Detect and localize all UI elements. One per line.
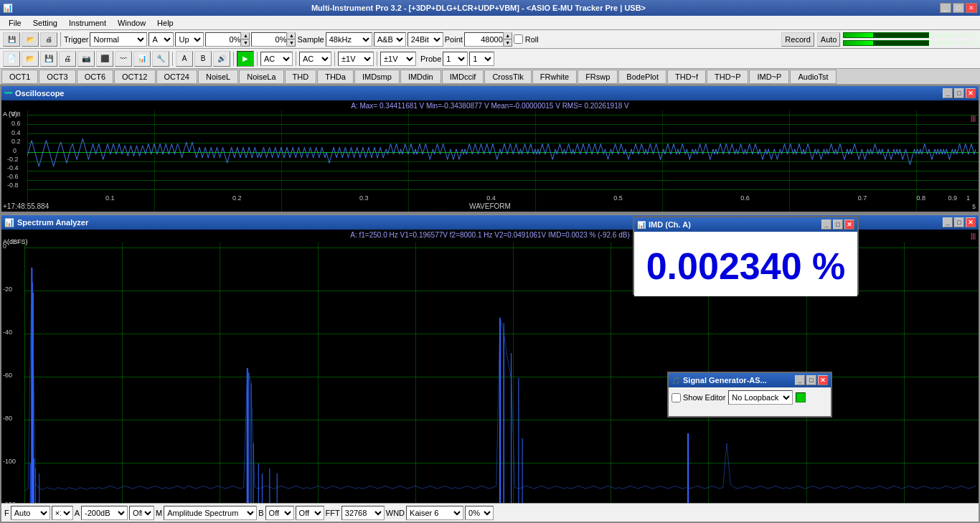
tab-imdsmp[interactable]: IMDsmp — [354, 70, 400, 84]
imd-close[interactable]: ✕ — [844, 220, 854, 230]
ch-b-btn[interactable]: B — [194, 51, 212, 67]
play-btn[interactable]: ▶ — [237, 51, 254, 67]
sample-rate-select[interactable]: 48kHz 44.1kHz 96kHz — [326, 32, 372, 47]
tab-oct12[interactable]: OCT12 — [114, 70, 155, 84]
close-button[interactable]: ✕ — [966, 3, 977, 13]
tab-bodeplot[interactable]: BodePlot — [618, 70, 666, 84]
wnd-select[interactable]: Kaiser 6 — [406, 506, 463, 520]
maximize-button[interactable]: □ — [953, 3, 964, 13]
tab-imdccif[interactable]: IMDccif — [442, 70, 484, 84]
wave-btn[interactable]: 〰 — [115, 51, 132, 67]
osc-minimize[interactable]: _ — [943, 88, 953, 98]
siggen-maximize[interactable]: □ — [806, 375, 816, 385]
imd-minimize[interactable]: _ — [821, 220, 831, 230]
tab-noisel[interactable]: NoiseL — [198, 70, 238, 84]
channel-select[interactable]: A B — [149, 32, 174, 47]
tab-imdp[interactable]: IMD~P — [749, 70, 789, 84]
new-btn[interactable]: 📄 — [3, 51, 20, 67]
off1-select[interactable]: Off — [129, 506, 154, 520]
tab-oct1[interactable]: OCT1 — [1, 70, 38, 84]
level-down[interactable]: ▼ — [241, 39, 250, 47]
auto-button[interactable]: Auto — [817, 32, 841, 47]
tab-thd[interactable]: THD — [285, 70, 317, 84]
spectrum-maximize[interactable]: □ — [954, 217, 964, 227]
probe-select1[interactable]: 110 — [443, 52, 468, 66]
tab-frswp[interactable]: FRswp — [578, 70, 618, 84]
level2-down[interactable]: ▼ — [287, 39, 296, 47]
bit-select[interactable]: 24Bit 16Bit — [407, 32, 443, 47]
ac-dc-select2[interactable]: ACDC — [299, 52, 331, 66]
level-up[interactable]: ▲ — [241, 32, 250, 39]
spectrum-minimize[interactable]: _ — [943, 217, 953, 227]
osc-y-n06: -0.6 — [7, 173, 19, 180]
tab-thdtp[interactable]: THD~P — [707, 70, 748, 84]
menu-help[interactable]: Help — [151, 17, 179, 29]
tab-thda[interactable]: THDa — [317, 70, 354, 84]
imd-maximize[interactable]: □ — [833, 220, 843, 230]
probe-select2[interactable]: 110 — [469, 52, 494, 66]
print-btn[interactable]: 🖨 — [59, 51, 76, 67]
m-select[interactable]: Amplitude Spectrum — [164, 506, 257, 520]
f-label: F — [4, 509, 9, 517]
point-down[interactable]: ▼ — [504, 39, 512, 47]
osc-maximize[interactable]: □ — [954, 88, 964, 98]
tools-btn[interactable]: 🔧 — [152, 51, 169, 67]
show-editor-checkbox-label[interactable]: Show Editor — [672, 393, 725, 402]
level2-spinbox: ▲ ▼ — [251, 32, 296, 47]
trigger-label: Trigger — [64, 35, 88, 44]
tab-noisela[interactable]: NoiseLa — [239, 70, 283, 84]
menu-instrument[interactable]: Instrument — [63, 17, 112, 29]
menu-setting[interactable]: Setting — [27, 17, 63, 29]
speaker-btn[interactable]: 🔊 — [213, 51, 230, 67]
show-editor-checkbox[interactable] — [672, 393, 681, 402]
open-btn[interactable]: 📂 — [22, 51, 39, 67]
tab-oct6[interactable]: OCT6 — [77, 70, 113, 84]
spectrum-btn[interactable]: 📊 — [133, 51, 151, 67]
save-btn[interactable]: 💾 — [40, 51, 57, 67]
toolbar-print[interactable]: 🖨 — [40, 32, 57, 47]
voltage-select1[interactable]: ±1V±2V±5V — [338, 52, 374, 66]
tab-thdtf[interactable]: THD~f — [667, 70, 706, 84]
siggen-minimize[interactable]: _ — [795, 375, 805, 385]
point-up[interactable]: ▲ — [504, 32, 512, 39]
record-button[interactable]: Record — [781, 32, 814, 47]
level-input[interactable] — [205, 32, 241, 47]
loopback-select[interactable]: No Loopback — [728, 390, 793, 405]
tab-audiotst[interactable]: AudioTst — [790, 70, 836, 84]
roll-checkbox-label[interactable]: Roll — [514, 34, 539, 44]
tab-oct24[interactable]: OCT24 — [156, 70, 197, 84]
toolbar-open[interactable]: 📂 — [22, 32, 39, 47]
b-select[interactable]: Off — [265, 506, 294, 520]
minimize-button[interactable]: _ — [940, 3, 951, 13]
osc-close[interactable]: ✕ — [966, 88, 976, 98]
menu-file[interactable]: File — [3, 17, 27, 29]
level2-up[interactable]: ▲ — [287, 32, 296, 39]
ab-select[interactable]: A&B A B — [374, 32, 406, 47]
tab-crosstlk[interactable]: CrossTlk — [484, 70, 531, 84]
mult-select[interactable]: ×1 — [52, 506, 73, 520]
a-select[interactable]: -200dB — [81, 506, 128, 520]
off2-select[interactable]: Off — [296, 506, 324, 520]
tab-imddin[interactable]: IMDdin — [400, 70, 441, 84]
siggen-controls: _ □ ✕ — [795, 375, 828, 385]
menu-window[interactable]: Window — [112, 17, 151, 29]
point-input[interactable] — [464, 32, 504, 47]
tab-oct3[interactable]: OCT3 — [39, 70, 75, 84]
screenshot-btn[interactable]: 📷 — [77, 51, 95, 67]
ac-dc-select1[interactable]: ACDC — [260, 52, 293, 66]
toolbar-icons-group[interactable]: 💾 — [3, 32, 20, 47]
tab-frwhite[interactable]: FRwhite — [532, 70, 577, 84]
rec-icon-btn[interactable]: ⬛ — [96, 51, 113, 67]
roll-checkbox[interactable] — [514, 34, 523, 44]
voltage-select2[interactable]: ±1V±2V±5V — [380, 52, 416, 66]
ch-a-btn[interactable]: A — [176, 51, 193, 67]
spectrum-close[interactable]: ✕ — [966, 217, 976, 227]
siggen-close[interactable]: ✕ — [818, 375, 828, 385]
fft-select[interactable]: 32768 — [341, 506, 385, 520]
osc-y-04: 0.4 — [11, 129, 21, 136]
pct-select[interactable]: 0% — [465, 506, 494, 520]
direction-select[interactable]: Up Down — [175, 32, 204, 47]
trigger-mode-select[interactable]: Normal Auto Single — [90, 32, 147, 47]
level2-input[interactable] — [251, 32, 287, 47]
f-select[interactable]: Auto — [11, 506, 50, 520]
